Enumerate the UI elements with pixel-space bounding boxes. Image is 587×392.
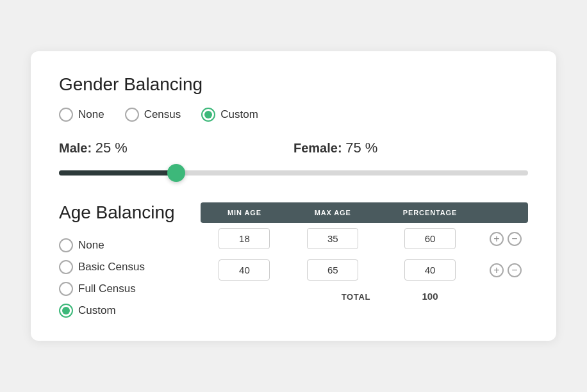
- row1-remove-button[interactable]: −: [508, 232, 522, 246]
- gender-option-none[interactable]: None: [59, 108, 104, 122]
- gender-none-label: None: [78, 108, 104, 121]
- main-card: Gender Balancing None Census Custom Male…: [31, 51, 556, 341]
- col-min-age: MIN AGE: [201, 202, 289, 223]
- gender-radio-group: None Census Custom: [59, 108, 528, 122]
- age-option-custom[interactable]: Custom: [59, 304, 175, 318]
- gender-male-display: Male: 25 %: [59, 140, 294, 156]
- gender-title: Gender Balancing: [59, 74, 528, 95]
- male-label: Male:: [59, 141, 92, 155]
- age-radio-none[interactable]: [59, 238, 73, 252]
- age-radio-full-census[interactable]: [59, 282, 73, 296]
- age-custom-label: Custom: [78, 304, 116, 317]
- age-radio-custom[interactable]: [59, 304, 73, 318]
- row2-min-age[interactable]: [219, 259, 270, 281]
- total-label: TOTAL: [342, 292, 370, 302]
- age-row-2: + −: [201, 254, 528, 286]
- gender-radio-custom-fill: [204, 111, 212, 118]
- row2-percentage[interactable]: [404, 259, 456, 281]
- row2-max-age[interactable]: [307, 259, 358, 281]
- total-value: 100: [422, 291, 438, 302]
- row2-remove-button[interactable]: −: [508, 263, 522, 277]
- age-option-full-census[interactable]: Full Census: [59, 282, 175, 296]
- age-left-panel: Age Balancing None Basic Census Full Cen…: [59, 202, 175, 318]
- row1-min-age[interactable]: [219, 228, 270, 249]
- row1-max-age[interactable]: [307, 228, 358, 249]
- gender-values: Male: 25 % Female: 75 %: [59, 140, 528, 156]
- gender-slider-container: [59, 164, 528, 182]
- row1-add-button[interactable]: +: [490, 232, 504, 246]
- gender-radio-custom[interactable]: [201, 108, 215, 122]
- age-option-none[interactable]: None: [59, 238, 175, 252]
- total-row: TOTAL 100: [201, 286, 528, 307]
- gender-female-display: Female: 75 %: [294, 140, 528, 156]
- age-basic-census-label: Basic Census: [78, 261, 145, 274]
- age-right-panel: MIN AGE MAX AGE PERCENTAGE +: [201, 202, 528, 318]
- row1-actions: + −: [490, 232, 522, 246]
- age-none-label: None: [78, 239, 104, 252]
- gender-custom-label: Custom: [220, 108, 258, 121]
- row1-percentage[interactable]: [404, 228, 456, 249]
- col-max-age: MAX AGE: [288, 202, 377, 223]
- age-radio-custom-fill: [62, 307, 70, 314]
- age-option-basic-census[interactable]: Basic Census: [59, 260, 175, 274]
- gender-section: Gender Balancing None Census Custom Male…: [59, 74, 528, 182]
- male-value: 25 %: [95, 140, 128, 156]
- age-table: MIN AGE MAX AGE PERCENTAGE +: [201, 202, 528, 307]
- female-value: 75 %: [345, 140, 377, 156]
- col-percentage: PERCENTAGE: [377, 202, 483, 223]
- age-full-census-label: Full Census: [78, 282, 136, 295]
- female-label: Female:: [294, 141, 342, 155]
- row2-add-button[interactable]: +: [490, 263, 504, 277]
- age-row-1: + −: [201, 223, 528, 254]
- gender-option-census[interactable]: Census: [125, 108, 181, 122]
- age-title: Age Balancing: [59, 202, 175, 223]
- gender-census-label: Census: [144, 108, 181, 121]
- gender-radio-census[interactable]: [125, 108, 139, 122]
- gender-option-custom[interactable]: Custom: [201, 108, 258, 122]
- row2-actions: + −: [490, 263, 522, 277]
- gender-radio-none[interactable]: [59, 108, 73, 122]
- age-radio-basic-census[interactable]: [59, 260, 73, 274]
- age-section: Age Balancing None Basic Census Full Cen…: [59, 202, 528, 318]
